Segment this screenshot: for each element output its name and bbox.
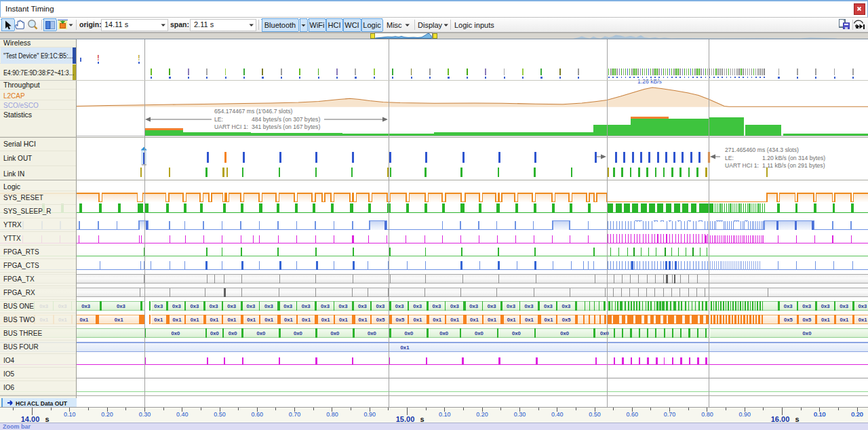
svg-text:BUS FOUR: BUS FOUR	[3, 343, 39, 351]
svg-text:0x1: 0x1	[545, 317, 554, 323]
svg-text:IO6: IO6	[3, 384, 15, 391]
svg-text:Instant Timing: Instant Timing	[5, 5, 54, 13]
svg-text:SCO/eSCO: SCO/eSCO	[3, 102, 39, 109]
svg-text:0x3: 0x3	[210, 303, 218, 309]
svg-text:0x1: 0x1	[859, 317, 868, 323]
svg-text:271.465460 ms (434.3 slots): 271.465460 ms (434.3 slots)	[725, 146, 799, 153]
svg-text:484 bytes/s (on 307 bytes): 484 bytes/s (on 307 bytes)	[252, 116, 320, 123]
svg-text:0.60: 0.60	[627, 411, 639, 418]
svg-text:0x3: 0x3	[413, 303, 422, 309]
svg-text:0x3: 0x3	[302, 303, 311, 309]
svg-text:YTTX: YTTX	[3, 235, 21, 242]
svg-text:0x1: 0x1	[115, 317, 124, 323]
svg-text:0x5: 0x5	[562, 317, 572, 323]
svg-text:0.10: 0.10	[814, 411, 826, 418]
svg-text:"Test Device" E9:1C:B5:...: "Test Device" E9:1C:B5:...	[3, 52, 73, 60]
svg-text:HCI ACL Data OUT: HCI ACL Data OUT	[16, 400, 68, 407]
svg-text:FPGA_CTS: FPGA_CTS	[3, 262, 39, 269]
svg-text:0.90: 0.90	[363, 411, 376, 418]
svg-text:0x1: 0x1	[264, 317, 274, 323]
svg-text:0x3: 0x3	[802, 303, 811, 309]
svg-text:!: !	[97, 54, 99, 62]
svg-text:Logic: Logic	[363, 21, 381, 29]
svg-text:s: s	[795, 415, 799, 423]
svg-text:0.90: 0.90	[738, 411, 751, 418]
svg-text:0x1: 0x1	[339, 317, 349, 323]
svg-text:0.40: 0.40	[551, 411, 564, 418]
svg-text:0.60: 0.60	[252, 411, 264, 418]
svg-text:WCI: WCI	[344, 21, 359, 29]
svg-text:0x0: 0x0	[210, 330, 219, 336]
svg-text:0x3: 0x3	[283, 303, 292, 309]
svg-text:0x3: 0x3	[246, 303, 255, 309]
svg-text:Wireless: Wireless	[3, 39, 31, 47]
svg-text:0.70: 0.70	[664, 411, 676, 418]
svg-text:0x1: 0x1	[488, 317, 497, 323]
svg-text:0x1: 0x1	[191, 317, 200, 323]
svg-text:Statistics: Statistics	[3, 111, 32, 119]
svg-text:0.20: 0.20	[851, 411, 863, 418]
svg-text:0.30: 0.30	[514, 411, 526, 418]
svg-text:0x1: 0x1	[413, 317, 422, 323]
svg-text:0x1: 0x1	[302, 317, 311, 323]
svg-text:0x3: 0x3	[358, 303, 367, 309]
svg-text:IO5: IO5	[3, 370, 15, 378]
svg-text:0x5: 0x5	[395, 317, 405, 323]
svg-text:0x1: 0x1	[507, 317, 517, 323]
svg-text:Link OUT: Link OUT	[3, 155, 32, 162]
svg-text:0x1: 0x1	[284, 317, 294, 323]
svg-text:0x0: 0x0	[439, 330, 448, 336]
svg-text:Logic inputs: Logic inputs	[454, 21, 494, 29]
svg-text:0x1: 0x1	[173, 317, 182, 323]
svg-text:0.50: 0.50	[589, 411, 601, 418]
svg-text:BUS THREE: BUS THREE	[3, 330, 42, 337]
svg-text:0x0: 0x0	[803, 330, 812, 336]
svg-text:0x0: 0x0	[404, 330, 413, 336]
svg-text:0x1: 0x1	[821, 317, 831, 323]
svg-text:SYS_RESET: SYS_RESET	[3, 194, 43, 201]
svg-text:origin:: origin:	[79, 20, 102, 28]
svg-text:0.20: 0.20	[476, 411, 488, 418]
svg-text:0.10: 0.10	[439, 411, 451, 418]
svg-text:0x0: 0x0	[256, 330, 265, 336]
svg-text:0x0: 0x0	[368, 330, 376, 336]
svg-text:BUS TWO: BUS TWO	[3, 316, 35, 324]
svg-text:0.40: 0.40	[176, 411, 189, 418]
svg-text:HCI: HCI	[328, 21, 341, 29]
svg-text:0x3: 0x3	[190, 303, 199, 309]
svg-text:0.10: 0.10	[64, 411, 76, 418]
svg-text:16.00: 16.00	[771, 415, 790, 423]
svg-text:SYS_SLEEP_R: SYS_SLEEP_R	[3, 208, 52, 215]
svg-text:Serial HCI: Serial HCI	[3, 140, 36, 148]
svg-text:FPGA_TX: FPGA_TX	[3, 275, 35, 283]
svg-text:0x3: 0x3	[488, 303, 496, 309]
svg-text:0x3: 0x3	[821, 303, 830, 309]
svg-text:0.80: 0.80	[701, 411, 713, 418]
svg-text:0x3: 0x3	[432, 303, 441, 309]
svg-text:0x1: 0x1	[840, 317, 850, 323]
svg-text:Logic: Logic	[3, 182, 20, 191]
svg-text:WiFi: WiFi	[310, 21, 325, 29]
svg-text:0x3: 0x3	[81, 303, 90, 309]
svg-text:0x3: 0x3	[339, 303, 348, 309]
svg-text:0x0: 0x0	[294, 330, 302, 336]
svg-text:0x0: 0x0	[560, 330, 569, 336]
svg-text:0x3: 0x3	[264, 303, 273, 309]
svg-text:2.11 s: 2.11 s	[194, 20, 214, 28]
svg-text:LE:: LE:	[725, 155, 734, 161]
svg-text:0.20: 0.20	[101, 411, 113, 418]
svg-text:15.00: 15.00	[396, 415, 415, 423]
svg-text:YTRX: YTRX	[3, 221, 22, 229]
svg-text:0x5: 0x5	[803, 317, 812, 323]
svg-text:0x3: 0x3	[784, 303, 793, 309]
svg-text:14.00: 14.00	[21, 415, 40, 423]
svg-text:0x1: 0x1	[154, 317, 163, 323]
svg-text:0x1: 0x1	[401, 345, 410, 351]
svg-text:0x1: 0x1	[525, 317, 534, 323]
svg-text:0x3: 0x3	[544, 303, 553, 309]
svg-text:LE:: LE:	[214, 116, 223, 123]
svg-text:0x1: 0x1	[450, 317, 460, 323]
svg-text:0x0: 0x0	[330, 330, 339, 336]
svg-text:0x3: 0x3	[227, 303, 236, 309]
svg-text:L2CAP: L2CAP	[3, 92, 25, 100]
